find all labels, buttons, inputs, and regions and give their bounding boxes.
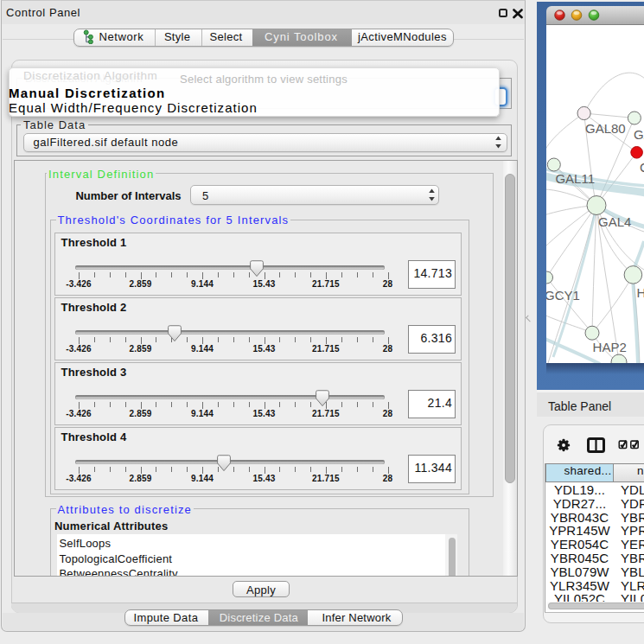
- svg-text:GCY1: GCY1: [546, 287, 580, 302]
- svg-text:GAL11: GAL11: [555, 170, 595, 185]
- svg-text:HAP2: HAP2: [593, 339, 627, 354]
- svg-text:GAL80: GAL80: [585, 120, 626, 135]
- svg-text:H: H: [637, 284, 644, 299]
- svg-text:GA: GA: [634, 127, 644, 142]
- svg-text:GAL4: GAL4: [598, 214, 631, 229]
- svg-text:C: C: [640, 160, 644, 175]
